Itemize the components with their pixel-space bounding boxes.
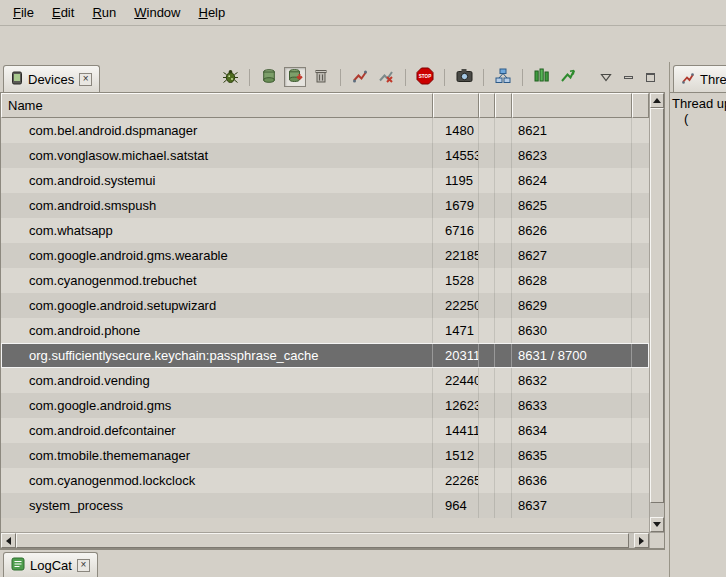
process-name: com.vonglasow.michael.satstat bbox=[1, 143, 433, 168]
scroll-left-button[interactable] bbox=[1, 533, 16, 548]
cell-blank bbox=[495, 268, 512, 293]
horizontal-scrollbar-row bbox=[1, 532, 664, 548]
table-row[interactable]: com.android.smspush 1679 8625 bbox=[1, 193, 649, 218]
screen-capture-icon bbox=[456, 68, 473, 86]
scrollbar-corner bbox=[649, 533, 664, 548]
process-table: Name com.bel.android.dspmanager 1480 862… bbox=[0, 92, 665, 549]
column-header-port[interactable] bbox=[512, 93, 632, 118]
screen-capture-button[interactable] bbox=[453, 67, 475, 87]
threads-content: Thread up ( bbox=[670, 92, 726, 577]
process-port: 8624 bbox=[512, 168, 632, 193]
tab-logcat[interactable]: LogCat × bbox=[3, 552, 98, 577]
column-header-blank[interactable] bbox=[495, 93, 512, 118]
device-icon bbox=[11, 71, 23, 88]
cell-blank bbox=[479, 468, 495, 493]
table-row[interactable]: com.android.phone 1471 8630 bbox=[1, 318, 649, 343]
process-table-body: com.bel.android.dspmanager 1480 8621 com… bbox=[1, 118, 649, 532]
table-row[interactable]: com.google.android.gms.wearable 22185 86… bbox=[1, 243, 649, 268]
scroll-up-button[interactable] bbox=[650, 93, 664, 108]
picket-fence-button[interactable] bbox=[531, 67, 553, 87]
menubar: File Edit Run Window Help bbox=[0, 0, 726, 26]
process-name: org.sufficientlysecure.keychain:passphra… bbox=[1, 343, 433, 368]
menu-run[interactable]: Run bbox=[83, 2, 125, 23]
process-port: 8637 bbox=[512, 493, 632, 518]
cell-blank bbox=[495, 118, 512, 143]
table-row[interactable]: org.sufficientlysecure.keychain:passphra… bbox=[1, 343, 649, 368]
process-port: 8621 bbox=[512, 118, 632, 143]
vertical-scrollbar-thumb[interactable] bbox=[650, 108, 664, 503]
green-arrows-button[interactable] bbox=[557, 67, 579, 87]
cell-blank bbox=[495, 243, 512, 268]
toolbar-separator bbox=[444, 69, 445, 86]
column-header-name[interactable]: Name bbox=[1, 93, 433, 118]
debug-button[interactable] bbox=[219, 67, 241, 87]
toolbar-separator bbox=[405, 69, 406, 86]
stop-process-button[interactable]: STOP bbox=[414, 67, 436, 87]
column-header-pid[interactable] bbox=[433, 93, 479, 118]
table-row[interactable]: com.cyanogenmod.trebuchet 1528 8628 bbox=[1, 268, 649, 293]
close-icon[interactable]: × bbox=[79, 73, 92, 86]
threads-message-line: Thread up bbox=[670, 96, 726, 111]
maximize-button[interactable] bbox=[641, 67, 659, 87]
view-menu-icon bbox=[600, 70, 612, 85]
gc-trash-button[interactable] bbox=[310, 67, 332, 87]
table-row[interactable]: com.google.android.gms 12623 8633 bbox=[1, 393, 649, 418]
green-arrows-icon bbox=[560, 68, 576, 86]
update-threads-button[interactable] bbox=[349, 67, 371, 87]
table-row[interactable]: com.whatsapp 6716 8626 bbox=[1, 218, 649, 243]
dump-hprof-icon bbox=[288, 68, 303, 87]
method-profiling-button[interactable] bbox=[375, 67, 397, 87]
view-hierarchy-button[interactable] bbox=[492, 67, 514, 87]
vertical-scrollbar[interactable] bbox=[649, 93, 664, 532]
tab-threads[interactable]: Threads bbox=[673, 65, 726, 92]
cell-filler bbox=[632, 493, 649, 518]
table-row[interactable]: com.google.android.setupwizard 22250 862… bbox=[1, 293, 649, 318]
menu-file[interactable]: File bbox=[4, 2, 43, 23]
toolbar-strip bbox=[0, 26, 726, 62]
table-row[interactable]: com.tmobile.thememanager 1512 8635 bbox=[1, 443, 649, 468]
table-row[interactable]: com.android.vending 22440 8632 bbox=[1, 368, 649, 393]
cell-blank bbox=[479, 418, 495, 443]
horizontal-scrollbar-thumb[interactable] bbox=[16, 533, 629, 548]
dump-hprof-button[interactable] bbox=[284, 67, 306, 87]
debug-icon bbox=[222, 68, 239, 87]
menu-help[interactable]: Help bbox=[189, 2, 234, 23]
cell-blank bbox=[479, 293, 495, 318]
column-header-filler bbox=[632, 93, 649, 118]
scroll-down-button[interactable] bbox=[650, 517, 664, 532]
table-row[interactable]: com.android.defcontainer 14411 8634 bbox=[1, 418, 649, 443]
process-pid: 14553 bbox=[433, 143, 479, 168]
cell-blank bbox=[479, 493, 495, 518]
view-menu-button[interactable] bbox=[597, 67, 615, 87]
cell-filler bbox=[632, 393, 649, 418]
process-port: 8635 bbox=[512, 443, 632, 468]
scroll-right-button[interactable] bbox=[634, 533, 649, 548]
column-header-blank[interactable] bbox=[479, 93, 495, 118]
cell-blank bbox=[495, 468, 512, 493]
close-icon[interactable]: × bbox=[77, 559, 90, 572]
table-row[interactable]: com.bel.android.dspmanager 1480 8621 bbox=[1, 118, 649, 143]
process-name: com.tmobile.thememanager bbox=[1, 443, 433, 468]
table-row[interactable]: com.cyanogenmod.lockclock 22265 8636 bbox=[1, 468, 649, 493]
table-row[interactable]: com.vonglasow.michael.satstat 14553 8623 bbox=[1, 143, 649, 168]
horizontal-scrollbar[interactable] bbox=[1, 533, 649, 548]
menu-edit[interactable]: Edit bbox=[43, 2, 83, 23]
cell-filler bbox=[632, 193, 649, 218]
devices-view: Devices × bbox=[0, 62, 665, 549]
tab-devices-label: Devices bbox=[28, 72, 74, 87]
process-name: com.android.systemui bbox=[1, 168, 433, 193]
minimize-button[interactable] bbox=[619, 67, 637, 87]
process-pid: 1528 bbox=[433, 268, 479, 293]
menu-window[interactable]: Window bbox=[125, 2, 189, 23]
process-port: 8627 bbox=[512, 243, 632, 268]
stop-process-icon: STOP bbox=[416, 67, 434, 88]
view-hierarchy-icon bbox=[495, 68, 511, 87]
toolbar-separator bbox=[249, 69, 250, 86]
table-row[interactable]: system_process 964 8637 bbox=[1, 493, 649, 518]
tab-devices[interactable]: Devices × bbox=[3, 65, 100, 92]
cell-filler bbox=[632, 443, 649, 468]
main-area: Devices × bbox=[0, 62, 726, 577]
cell-blank bbox=[479, 343, 495, 368]
table-row[interactable]: com.android.systemui 1195 8624 bbox=[1, 168, 649, 193]
update-heap-button[interactable] bbox=[258, 67, 280, 87]
